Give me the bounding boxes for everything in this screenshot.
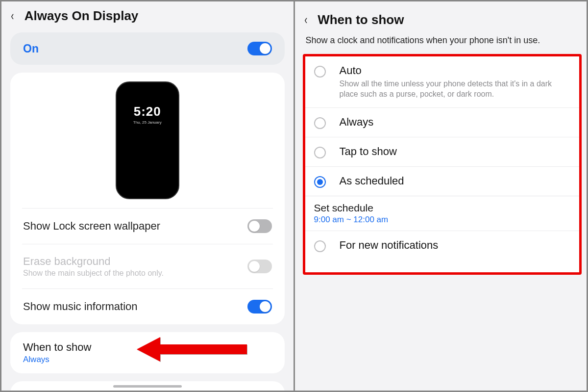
page-description: Show a clock and notifications when your…	[295, 32, 587, 53]
phone-preview: 5:20 Thu, 25 January	[116, 81, 179, 199]
show-music-toggle[interactable]	[247, 300, 272, 314]
on-label: On	[23, 42, 39, 55]
radio-scheduled[interactable]	[314, 176, 326, 188]
show-wallpaper-toggle[interactable]	[247, 219, 272, 233]
show-wallpaper-label: Show Lock screen wallpaper	[23, 220, 160, 233]
option-auto[interactable]: Auto Show all the time unless your phone…	[305, 56, 580, 107]
option-auto-title: Auto	[340, 64, 555, 77]
option-as-scheduled[interactable]: As scheduled	[305, 166, 580, 196]
back-icon[interactable]: ‹	[11, 8, 14, 24]
show-music-label: Show music information	[23, 300, 138, 313]
radio-auto[interactable]	[314, 66, 326, 78]
show-music-row[interactable]: Show music information	[10, 289, 285, 324]
about-label: About Always On Display	[23, 390, 272, 391]
option-always[interactable]: Always	[305, 107, 580, 137]
option-notifications-title: For new notifications	[340, 239, 439, 252]
page-title-right: When to show	[318, 12, 404, 27]
set-schedule-row[interactable]: Set schedule 9:00 am ~ 12:00 am	[305, 196, 580, 231]
svg-marker-0	[137, 337, 247, 362]
preview-card: 5:20 Thu, 25 January Show Lock screen wa…	[10, 73, 285, 324]
preview-time: 5:20	[134, 104, 161, 119]
radio-always[interactable]	[314, 117, 326, 129]
option-tap-title: Tap to show	[340, 145, 397, 158]
option-scheduled-title: As scheduled	[340, 175, 404, 187]
radio-notifications[interactable]	[314, 240, 326, 252]
radio-tap[interactable]	[314, 147, 326, 158]
set-schedule-time: 9:00 am ~ 12:00 am	[314, 215, 571, 225]
erase-background-toggle	[247, 260, 272, 273]
header-right: ‹ When to show	[295, 1, 587, 32]
page-title: Always On Display	[24, 8, 139, 24]
panel-when-to-show: ‹ When to show Show a clock and notifica…	[295, 1, 587, 391]
back-icon[interactable]: ‹	[304, 12, 307, 27]
preview-date: Thu, 25 January	[133, 120, 162, 125]
options-highlight: Auto Show all the time unless your phone…	[303, 54, 582, 275]
panel-always-on-display: ‹ Always On Display On 5:20 Thu, 25 Janu…	[1, 1, 294, 391]
erase-background-row: Erase background Show the main subject o…	[10, 244, 285, 288]
show-wallpaper-row[interactable]: Show Lock screen wallpaper	[10, 209, 285, 244]
erase-background-sub: Show the main subject of the photo only.	[23, 269, 164, 278]
option-auto-sub: Show all the time unless your phone dete…	[340, 79, 555, 100]
header: ‹ Always On Display	[1, 1, 294, 29]
set-schedule-label: Set schedule	[314, 202, 571, 214]
option-tap-to-show[interactable]: Tap to show	[305, 137, 580, 166]
home-indicator	[113, 385, 182, 388]
arrow-annotation-icon	[137, 335, 249, 364]
when-to-show-row[interactable]: When to show Always	[10, 332, 285, 373]
option-always-title: Always	[340, 116, 374, 129]
on-toggle-card[interactable]: On	[10, 32, 285, 65]
erase-background-label: Erase background	[23, 255, 164, 268]
on-toggle[interactable]	[247, 42, 272, 55]
option-for-new-notifications[interactable]: For new notifications	[305, 231, 580, 260]
